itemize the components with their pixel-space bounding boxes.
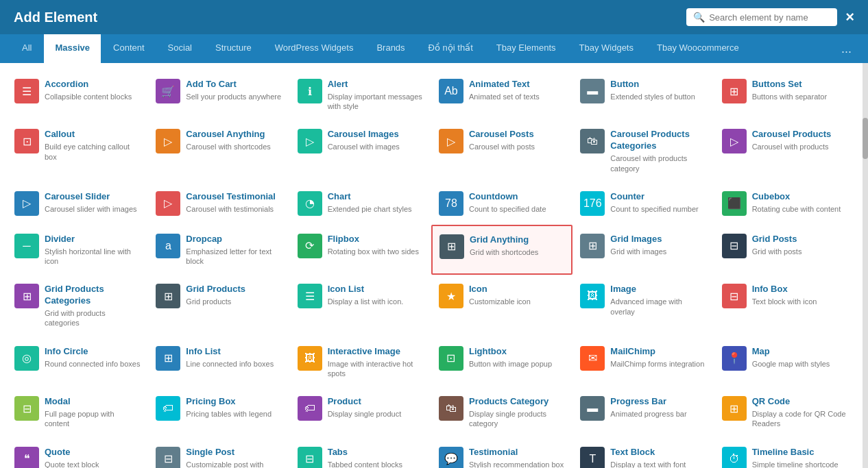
element-desc: Count to specified date — [469, 204, 565, 214]
tab-do-noi-that[interactable]: Đồ nội thất — [418, 34, 484, 63]
scrollbar-track[interactable] — [863, 63, 868, 468]
tab-brands[interactable]: Brands — [365, 34, 415, 63]
element-name: Grid Images — [610, 234, 706, 245]
element-item-products-category[interactable]: 🛍Products CategoryDisplay single product… — [431, 387, 572, 437]
element-name: Quote — [45, 447, 141, 458]
element-item-grid-images[interactable]: ⊞Grid ImagesGrid with images — [572, 225, 714, 275]
tab-tbay-woocommerce[interactable]: Tbay Woocommerce — [646, 34, 750, 63]
element-item-grid-products-categories[interactable]: ⊞Grid Products CategoriesGrid with produ… — [7, 275, 148, 336]
element-name: QR Code — [752, 396, 848, 408]
element-item-mailchimp[interactable]: ✉MailChimpMailChimp forms integration — [572, 337, 714, 387]
element-name: Testimonial — [469, 447, 565, 458]
element-desc: Simple timeline shortcode — [752, 460, 848, 468]
element-item-icon[interactable]: ★IconCustomizable icon — [431, 275, 572, 336]
element-name: Countdown — [469, 191, 565, 203]
element-icon: 💬 — [439, 447, 463, 468]
element-item-grid-anything[interactable]: ⊞Grid AnythingGrid with shortcodes — [431, 225, 572, 275]
elements-grid: ☰AccordionCollapsible content blocks🛒Add… — [7, 70, 856, 468]
element-item-carousel-slider[interactable]: ▷Carousel SliderCarousel slider with ima… — [7, 182, 148, 225]
tab-structure[interactable]: Structure — [204, 34, 263, 63]
element-name: Counter — [610, 191, 706, 203]
element-item-interactive-image[interactable]: 🖼Interactive ImageImage with interactive… — [290, 337, 431, 387]
element-item-counter[interactable]: 176CounterCount to specified number — [572, 182, 714, 225]
more-tabs-button[interactable]: ... — [836, 36, 857, 62]
element-item-info-circle[interactable]: ◎Info CircleRound connected info boxes — [7, 337, 148, 387]
element-name: Lightbox — [469, 346, 565, 358]
element-item-grid-posts[interactable]: ⊟Grid PostsGrid with posts — [714, 225, 856, 275]
element-item-tabs[interactable]: ⊟TabsTabbed content blocks — [290, 438, 431, 468]
tab-all[interactable]: All — [11, 34, 43, 63]
element-item-info-box[interactable]: ⊟Info BoxText block with icon — [714, 275, 856, 336]
element-item-product[interactable]: 🏷ProductDisplay single product — [290, 387, 431, 437]
element-item-lightbox[interactable]: ⊡LightboxButton with image popup — [431, 337, 572, 387]
element-item-text-block[interactable]: TText BlockDisplay a text with font form… — [572, 438, 714, 468]
element-item-chart[interactable]: ◔ChartExtended pie chart styles — [290, 182, 431, 225]
element-item-divider[interactable]: ─DividerStylish horizontal line with ico… — [7, 225, 148, 275]
element-desc: Rotating cube with content — [752, 204, 848, 214]
element-item-carousel-posts[interactable]: ▷Carousel PostsCarousel with posts — [431, 120, 572, 182]
element-item-carousel-products-categories[interactable]: 🛍Carousel Products CategoriesCarousel wi… — [572, 120, 714, 182]
element-item-info-list[interactable]: ⊞Info ListLine connected info boxes — [148, 337, 289, 387]
tab-tbay-elements[interactable]: Tbay Elements — [485, 34, 567, 63]
element-text: CountdownCount to specified date — [469, 191, 565, 214]
element-item-cubebox[interactable]: ⬛CubeboxRotating cube with content — [714, 182, 856, 225]
element-item-modal[interactable]: ⊟ModalFull page popup with content — [7, 387, 148, 437]
element-desc: Carousel with images — [328, 142, 424, 151]
element-item-icon-list[interactable]: ☰Icon ListDisplay a list with icon. — [290, 275, 431, 336]
element-item-buttons-set[interactable]: ⊞Buttons SetButtons with separator — [714, 70, 856, 120]
element-name: Carousel Products — [752, 129, 848, 140]
element-item-animated-text[interactable]: AbAnimated TextAnimated set of texts — [431, 70, 572, 120]
tab-wordpress-widgets[interactable]: WordPress Widgets — [264, 34, 365, 63]
element-item-single-post[interactable]: ⊟Single PostCustomizable post with many … — [148, 438, 289, 468]
element-item-progress-bar[interactable]: ▬Progress BarAnimated progress bar — [572, 387, 714, 437]
element-item-callout[interactable]: ⊡CalloutBuild eye catching callout box — [7, 120, 148, 182]
element-item-qr-code[interactable]: ⊞QR CodeDisplay a code for QR Code Reade… — [714, 387, 856, 437]
element-item-button[interactable]: ▬ButtonExtended styles of button — [572, 70, 714, 120]
element-name: Products Category — [469, 396, 565, 408]
element-item-flipbox[interactable]: ⟳FlipboxRotating box with two sides — [290, 225, 431, 275]
element-text: CubeboxRotating cube with content — [752, 191, 848, 214]
element-item-map[interactable]: 📍MapGoogle map with styles — [714, 337, 856, 387]
element-item-pricing-box[interactable]: 🏷Pricing BoxPricing tables with legend — [148, 387, 289, 437]
element-name: Animated Text — [469, 79, 565, 90]
element-item-carousel-products[interactable]: ▷Carousel ProductsCarousel with products — [714, 120, 856, 182]
element-icon: ⊟ — [722, 284, 747, 308]
element-item-carousel-images[interactable]: ▷Carousel ImagesCarousel with images — [290, 120, 431, 182]
element-item-countdown[interactable]: 78CountdownCount to specified date — [431, 182, 572, 225]
element-desc: Carousel with shortcodes — [186, 142, 282, 151]
element-icon: ⊡ — [14, 129, 39, 153]
element-icon: ⊞ — [580, 234, 605, 258]
element-text: IconCustomizable icon — [469, 284, 565, 306]
search-input[interactable] — [709, 12, 830, 23]
scrollbar-thumb[interactable] — [863, 118, 868, 159]
element-desc: MailChimp forms integration — [610, 359, 706, 369]
element-item-timeline-basic[interactable]: ⏱Timeline BasicSimple timeline shortcode — [714, 438, 856, 468]
element-icon: ⊡ — [439, 346, 463, 371]
element-item-alert[interactable]: ℹAlertDisplay important messages with st… — [290, 70, 431, 120]
element-icon: 📍 — [722, 346, 747, 371]
element-item-dropcap[interactable]: aDropcapEmphasized letter for text block — [148, 225, 289, 275]
tab-content[interactable]: Content — [102, 34, 156, 63]
close-button[interactable]: × — [845, 10, 854, 25]
element-item-quote[interactable]: ❝QuoteQuote text block — [7, 438, 148, 468]
element-desc: Display a list with icon. — [328, 297, 424, 306]
element-item-carousel-testimonial[interactable]: ▷Carousel TestimonialCarousel with testi… — [148, 182, 289, 225]
element-text: Single PostCustomizable post with many s… — [186, 447, 282, 468]
element-text: MapGoogle map with styles — [752, 346, 848, 369]
element-text: Info CircleRound connected info boxes — [45, 346, 141, 369]
element-item-grid-products[interactable]: ⊞Grid ProductsGrid products — [148, 275, 289, 336]
tab-social[interactable]: Social — [157, 34, 203, 63]
element-desc: Animated set of texts — [469, 92, 565, 101]
element-item-testimonial[interactable]: 💬TestimonialStylish recommendation box — [431, 438, 572, 468]
element-name: Tabs — [328, 447, 424, 458]
tab-massive[interactable]: Massive — [44, 34, 101, 63]
tab-tbay-widgets[interactable]: Tbay Widgets — [568, 34, 644, 63]
element-text: Pricing BoxPricing tables with legend — [186, 396, 282, 419]
element-item-carousel-anything[interactable]: ▷Carousel AnythingCarousel with shortcod… — [148, 120, 289, 182]
element-name: Modal — [45, 396, 141, 408]
element-item-image[interactable]: 🖼ImageAdvanced image with overlay — [572, 275, 714, 336]
element-item-add-to-cart[interactable]: 🛒Add To CartSell your products anywhere — [148, 70, 289, 120]
element-desc: Customizable icon — [469, 297, 565, 306]
element-name: Image — [610, 284, 706, 295]
element-item-accordion[interactable]: ☰AccordionCollapsible content blocks — [7, 70, 148, 120]
